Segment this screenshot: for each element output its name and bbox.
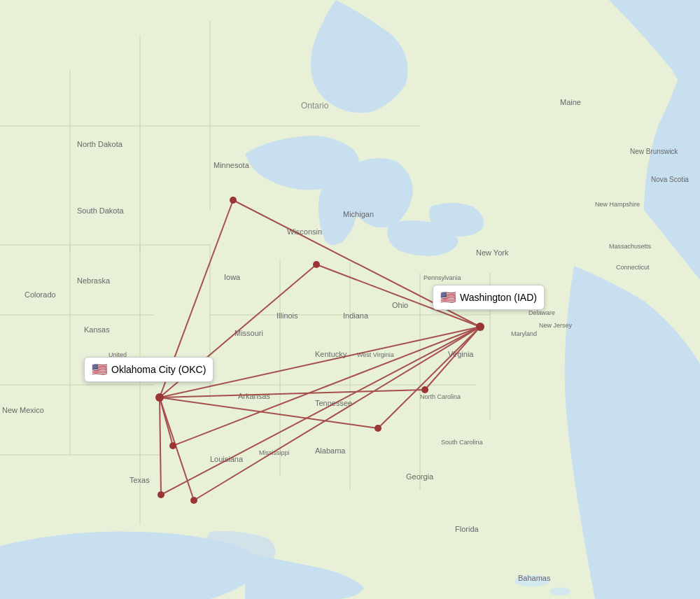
svg-point-77 xyxy=(313,261,320,268)
map-container: North Dakota South Dakota Nebraska Kansa… xyxy=(0,0,700,599)
svg-text:Indiana: Indiana xyxy=(343,311,369,320)
svg-text:Connecticut: Connecticut xyxy=(616,264,650,271)
svg-text:New Mexico: New Mexico xyxy=(2,406,44,414)
svg-text:New Jersey: New Jersey xyxy=(539,322,573,329)
svg-text:New Hampshire: New Hampshire xyxy=(595,201,640,208)
svg-point-78 xyxy=(155,393,164,402)
svg-text:Wisconsin: Wisconsin xyxy=(287,227,322,236)
svg-text:New Brunswick: New Brunswick xyxy=(630,148,678,155)
svg-text:Alabama: Alabama xyxy=(315,446,346,455)
svg-text:Bahamas: Bahamas xyxy=(518,574,551,582)
svg-point-79 xyxy=(476,323,484,331)
svg-point-84 xyxy=(421,386,428,393)
svg-text:Maryland: Maryland xyxy=(511,330,537,337)
okc-label-text: Oklahoma City (OKC) xyxy=(111,364,206,375)
map-svg: North Dakota South Dakota Nebraska Kansa… xyxy=(0,0,700,599)
svg-text:South Dakota: South Dakota xyxy=(77,206,125,215)
svg-text:Iowa: Iowa xyxy=(224,273,241,281)
svg-text:Georgia: Georgia xyxy=(406,472,434,481)
svg-text:Ohio: Ohio xyxy=(392,301,408,309)
svg-text:North Carolina: North Carolina xyxy=(420,393,461,400)
iad-airport-label: 🇺🇸 Washington (IAD) xyxy=(433,285,545,310)
svg-text:Massachusetts: Massachusetts xyxy=(609,243,652,250)
svg-text:Pennsylvania: Pennsylvania xyxy=(424,274,461,281)
svg-text:Nebraska: Nebraska xyxy=(77,276,111,285)
svg-text:Texas: Texas xyxy=(130,476,150,484)
svg-text:Minnesota: Minnesota xyxy=(214,161,250,169)
svg-point-2 xyxy=(550,587,570,596)
svg-text:Florida: Florida xyxy=(455,525,479,533)
svg-text:Maine: Maine xyxy=(560,98,581,106)
okc-flag: 🇺🇸 xyxy=(92,362,107,377)
svg-text:Arkansas: Arkansas xyxy=(238,392,270,400)
svg-point-81 xyxy=(158,491,164,498)
svg-point-82 xyxy=(190,497,197,504)
svg-text:Kansas: Kansas xyxy=(84,325,110,334)
svg-point-76 xyxy=(230,197,237,204)
svg-text:South Carolina: South Carolina xyxy=(441,439,483,446)
svg-text:Tennessee: Tennessee xyxy=(315,399,352,407)
svg-text:Mississippi: Mississippi xyxy=(259,449,290,456)
svg-text:Nova Scotia: Nova Scotia xyxy=(651,176,689,183)
okc-airport-label: 🇺🇸 Oklahoma City (OKC) xyxy=(84,357,214,382)
svg-text:Michigan: Michigan xyxy=(343,210,374,218)
svg-text:Delaware: Delaware xyxy=(528,309,555,316)
svg-text:North Dakota: North Dakota xyxy=(77,140,123,148)
svg-point-80 xyxy=(169,442,176,449)
iad-label-text: Washington (IAD) xyxy=(460,292,537,303)
svg-text:Ontario: Ontario xyxy=(301,101,329,111)
svg-text:New York: New York xyxy=(476,248,509,257)
svg-text:Colorado: Colorado xyxy=(24,290,56,299)
svg-text:Louisiana: Louisiana xyxy=(210,455,244,463)
svg-point-83 xyxy=(374,425,382,432)
svg-text:Illinois: Illinois xyxy=(276,311,298,320)
iad-flag: 🇺🇸 xyxy=(440,290,456,305)
